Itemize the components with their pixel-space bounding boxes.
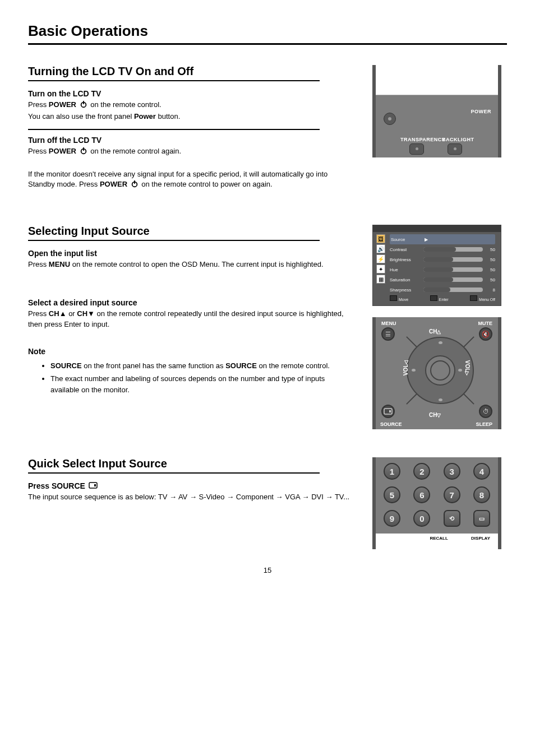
page-title: Basic Operations [28, 22, 507, 40]
osd-value: 8 [485, 287, 495, 293]
osd-hint: Move [390, 295, 408, 302]
arrow-right-icon: → [190, 493, 197, 501]
power-icon [80, 147, 87, 158]
step1-head: Open the input list [28, 249, 356, 258]
t: Press [28, 100, 49, 109]
osd-tab-audio-icon[interactable]: 🔊 [376, 244, 385, 253]
step-body: The input source sequence is as below: T… [28, 492, 356, 503]
heading-source: Selecting Input Source [28, 225, 356, 238]
led-dot [388, 117, 391, 120]
key-8[interactable]: 8 [473, 486, 490, 503]
osd-label: Saturation [390, 277, 421, 282]
osd-tab-power-icon[interactable]: ⚡ [376, 254, 385, 263]
osd-slider[interactable] [423, 287, 483, 292]
figure-dpad: MENU MUTE SOURCE SLEEP ☰ 🔇 ⏱ CH△ CH▽ VOL… [372, 317, 501, 429]
osd-hint: Menu Off [470, 295, 495, 302]
key-7[interactable]: 7 [444, 486, 460, 503]
t: SOURCE [50, 361, 82, 370]
sleep-label: SLEEP [476, 421, 492, 427]
osd-slider[interactable] [423, 277, 483, 282]
t: POWER [49, 147, 76, 155]
arrow-right-icon: → [276, 493, 283, 501]
osd-slider[interactable] [423, 267, 483, 272]
remote-top-panel: POWER TRANSPARENCY BACKLIGHT [372, 65, 501, 157]
t: AV [178, 493, 190, 501]
t: DISPLAY [471, 536, 490, 541]
t: S-Video [199, 493, 227, 501]
hint-icon [430, 295, 437, 301]
source-rect-icon [89, 481, 98, 490]
osd-label: Hue [390, 267, 421, 272]
mute-label: MUTE [478, 321, 493, 326]
menu-button[interactable]: ☰ [381, 327, 395, 341]
osd-label: Brightness [390, 257, 421, 262]
t: SOURCE [225, 361, 257, 370]
keypad-labels: RECALL DISPLAY [376, 534, 498, 549]
display-button[interactable]: ▭ [473, 510, 490, 527]
osd-row[interactable]: Saturation 50 [390, 275, 495, 285]
note-body: If the monitor doesn't receive any signa… [28, 169, 356, 192]
sleep-button[interactable]: ⏱ [479, 405, 492, 418]
aux-round-button[interactable] [384, 113, 396, 125]
step2-body: Press POWER on the remote control again. [28, 146, 356, 158]
heading-rule [28, 472, 320, 474]
osd-tab-setup-icon[interactable]: ▦ [376, 275, 385, 284]
section-source-text: Selecting Input Source Open the input li… [28, 225, 356, 397]
key-4[interactable]: 4 [473, 463, 490, 480]
t: Move [399, 298, 408, 302]
section-power-text: Turning the LCD TV On and Off Turn on th… [28, 65, 356, 191]
keypad-row: 5 6 7 8 [384, 486, 490, 503]
t: Menu Off [479, 298, 495, 302]
section-power: Turning the LCD TV On and Off Turn on th… [28, 65, 507, 191]
triangle-down-icon: ▼ [87, 309, 95, 318]
osd-value: 50 [485, 247, 495, 252]
backlight-label: BACKLIGHT [442, 137, 473, 142]
osd-slider[interactable] [423, 247, 483, 252]
t: button. [158, 112, 181, 120]
figure-osd-menu: 🖼 🔊 ⚡ ✦ ▦ Source ▶ Contrast 50 [372, 225, 501, 306]
osd-row-source[interactable]: Source ▶ [390, 234, 495, 244]
t: on the front panel has the same function… [84, 361, 225, 370]
power-icon [131, 180, 139, 191]
t: RECALL [430, 536, 448, 541]
t: Enter [439, 298, 449, 302]
mute-button[interactable]: 🔇 [479, 327, 492, 341]
remote-blank-area [376, 65, 498, 95]
osd-titlebar [373, 225, 501, 232]
power-icon [80, 100, 87, 112]
heading-rule [28, 240, 320, 241]
backlight-button[interactable] [448, 143, 462, 155]
title-rule [28, 43, 507, 45]
transparency-button[interactable] [409, 143, 424, 155]
t: You can also use the front panel [28, 112, 134, 120]
key-2[interactable]: 2 [413, 463, 430, 480]
t: CH [49, 309, 59, 318]
source-button[interactable] [381, 405, 395, 418]
osd-row[interactable]: Brightness 50 [390, 254, 495, 265]
triangle-right-icon: ▶ [425, 237, 428, 242]
key-6[interactable]: 6 [413, 486, 430, 503]
step1-body: Press MENU on the remote control to open… [28, 259, 356, 270]
osd-tab-picture-icon[interactable]: 🖼 [376, 234, 385, 243]
led-dot [454, 147, 456, 150]
osd-slider[interactable] [423, 257, 483, 262]
osd-row[interactable]: Contrast 50 [390, 244, 495, 254]
enter-button[interactable] [430, 360, 450, 381]
key-1[interactable]: 1 [384, 463, 400, 480]
osd-label: Source [391, 237, 422, 242]
step-head-with-icon: Press SOURCE [28, 481, 356, 490]
step1-head: Turn on the LCD TV [28, 89, 356, 98]
osd-hint: Enter [430, 295, 449, 302]
recall-button[interactable]: ⟲ [444, 510, 460, 527]
key-5[interactable]: 5 [384, 486, 400, 503]
triangle-up-icon: ▲ [59, 309, 67, 318]
key-9[interactable]: 9 [384, 510, 400, 527]
osd-tab-feature-icon[interactable]: ✦ [376, 265, 385, 273]
step1-body: Press POWER on the remote control. You c… [28, 100, 356, 122]
key-0[interactable]: 0 [413, 510, 430, 527]
key-3[interactable]: 3 [444, 463, 460, 480]
osd-row[interactable]: Hue 50 [390, 265, 495, 275]
led-dot [416, 147, 418, 150]
t: on the remote control. [90, 100, 161, 109]
t: Component [236, 493, 276, 501]
